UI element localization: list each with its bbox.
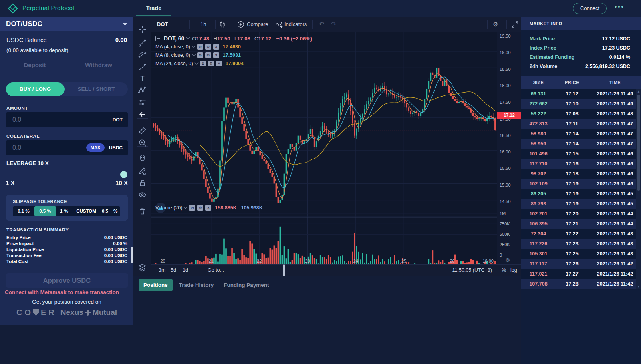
range-button[interactable]: 1d [183,265,188,276]
arrow-left-icon[interactable] [138,110,147,119]
gear-icon[interactable]: ⚙ [208,61,214,66]
indicators-icon[interactable] [275,20,284,29]
trade-row[interactable]: 105.30117.252021/1/26 11:43 [521,249,636,259]
trade-row[interactable]: 272.66217.102021/1/26 11:49 [521,99,636,109]
trades-scrollbar[interactable]: ▲ ▼ [636,89,641,289]
chart-symbol[interactable]: DOT [157,17,168,32]
compare-button[interactable]: Compare [247,17,268,32]
close-icon[interactable]: × [205,205,211,211]
trade-row[interactable]: 117.71017.162021/1/26 11:46 [521,159,636,169]
scroll-down-icon[interactable]: ▼ [637,285,640,288]
chevron-down-icon[interactable] [194,60,198,64]
trash-icon[interactable] [138,207,147,216]
magnet-icon[interactable] [138,154,147,163]
chevron-down-icon[interactable] [186,35,190,39]
trade-row[interactable]: 53.22217.082021/1/26 11:48 [521,109,636,119]
brush-icon[interactable] [138,62,147,72]
trade-row[interactable]: 117.22617.232021/1/26 11:43 [521,239,636,249]
deposit-button[interactable]: Deposit [5,62,65,68]
slippage-custom-value[interactable]: 0.5 [98,206,112,216]
draw-lock-icon[interactable] [138,166,147,175]
gear-icon[interactable]: ⚙ [205,52,211,58]
range-button[interactable]: 3m [159,265,165,276]
scrollbar-thumb[interactable] [637,95,640,191]
forecast-icon[interactable] [138,98,147,107]
layers-icon[interactable] [138,263,147,272]
redo-icon[interactable]: ↷ [331,17,336,32]
zoom-in-icon[interactable] [138,138,147,147]
trade-row[interactable]: 102.20117.202021/1/26 11:44 [521,209,636,219]
candle-style-icon[interactable] [218,20,227,29]
xabcd-icon[interactable] [138,86,147,95]
chevron-down-icon[interactable] [191,44,196,48]
slippage-option[interactable]: 0.5 % [34,206,56,216]
axis-gear-icon[interactable]: ⚙ [505,257,510,263]
trade-row[interactable]: 472.81317.112021/1/26 11:47 [521,119,636,129]
gear-icon[interactable]: ⚙ [205,44,211,50]
connect-wallet-button[interactable]: Connect [573,3,607,14]
clock-label[interactable]: 11:50:05 (UTC+8) [432,265,492,276]
pair-selector[interactable]: DOT/USDC [0,17,133,31]
fullscreen-icon[interactable] [510,20,519,29]
chevron-down-icon[interactable] [191,52,196,56]
eye-icon[interactable]: ⊙ [189,205,195,211]
collateral-input[interactable] [12,140,80,155]
trade-row[interactable]: 107.70817.282021/1/26 11:42 [521,279,636,289]
tab-trade[interactable]: Trade [136,0,171,17]
fib-icon[interactable] [138,50,147,60]
max-button[interactable]: MAX [86,143,105,152]
eye-icon[interactable]: ⊙ [197,52,203,58]
trade-row[interactable]: 58.98017.142021/1/26 11:47 [521,129,636,139]
chevron-down-icon[interactable] [184,205,188,209]
legend-source-icon[interactable] [155,36,161,41]
interval-button[interactable]: 1h [200,17,206,32]
lock-icon[interactable] [138,178,147,187]
log-scale-button[interactable]: log [510,265,517,276]
trade-row[interactable]: 72.30417.222021/1/26 11:43 [521,229,636,239]
close-icon[interactable]: × [213,52,219,58]
goto-button[interactable]: Go to... [208,265,224,276]
trendline-icon[interactable] [138,38,147,48]
slippage-option[interactable]: 1 % [56,206,72,216]
buy-long-button[interactable]: BUY / LONG [6,82,65,96]
leverage-slider[interactable] [6,175,128,175]
trade-row[interactable]: 86.20517.192021/1/26 11:45 [521,189,636,199]
more-menu-button[interactable]: ••• [615,3,625,10]
nexus-mutual-logo[interactable]: Nexus Mutual [60,308,117,317]
amount-input[interactable] [12,112,80,127]
trade-row[interactable]: 58.95917.142021/1/26 11:47 [521,139,636,149]
indicators-button[interactable]: Indicators [284,17,307,32]
text-icon[interactable]: T [138,74,147,83]
leverage-slider-thumb[interactable] [120,171,127,178]
trade-row[interactable]: 102.10917.192021/1/26 11:46 [521,179,636,189]
compare-plus-icon[interactable] [236,20,245,29]
eye-icon[interactable]: ⊙ [200,61,206,66]
slippage-custom-button[interactable]: CUSTOM [74,206,98,216]
trade-row[interactable]: 106.39517.212021/1/26 11:44 [521,219,636,229]
chart-scrollbar-thumb[interactable] [283,264,285,276]
tab-funding-payment[interactable]: Funding Payment [222,279,270,291]
tab-trade-history[interactable]: Trade History [177,279,215,291]
scroll-up-icon[interactable]: ▲ [637,90,640,93]
trade-row[interactable]: 98.70217.182021/1/26 11:46 [521,169,636,179]
price-axis[interactable]: 19.5019.0018.5018.0017.5017.0016.5016.00… [497,32,521,264]
trade-row[interactable]: 101.49617.152021/1/26 11:46 [521,149,636,159]
eye-icon[interactable]: ⊙ [197,44,203,50]
trade-row[interactable]: 117.11717.262021/1/26 11:42 [521,259,636,269]
eye-icon[interactable] [138,190,147,199]
trade-row[interactable]: 89.79317.192021/1/26 11:45 [521,199,636,209]
range-button[interactable]: 5d [171,265,176,276]
sidebar-scrollbar-thumb[interactable] [131,247,133,263]
trade-row[interactable]: 66.13117.122021/1/26 11:49 [521,89,636,99]
ruler-icon[interactable] [138,126,147,135]
undo-icon[interactable]: ↶ [319,17,324,32]
chart-settings-gear-icon[interactable]: ⚙ [493,17,498,32]
metamask-note[interactable]: Connect with Metamask to make transactio… [5,289,119,295]
slippage-option[interactable]: 0.1 % [13,206,34,216]
close-icon[interactable]: × [213,44,219,50]
tab-positions[interactable]: Positions [139,279,173,291]
cover-logo[interactable]: COER [16,308,55,317]
trade-row[interactable]: 117.02117.272021/1/26 11:42 [521,269,636,279]
approve-usdc-button[interactable]: Approve USDC [6,273,128,288]
crosshair-icon[interactable] [138,25,147,34]
